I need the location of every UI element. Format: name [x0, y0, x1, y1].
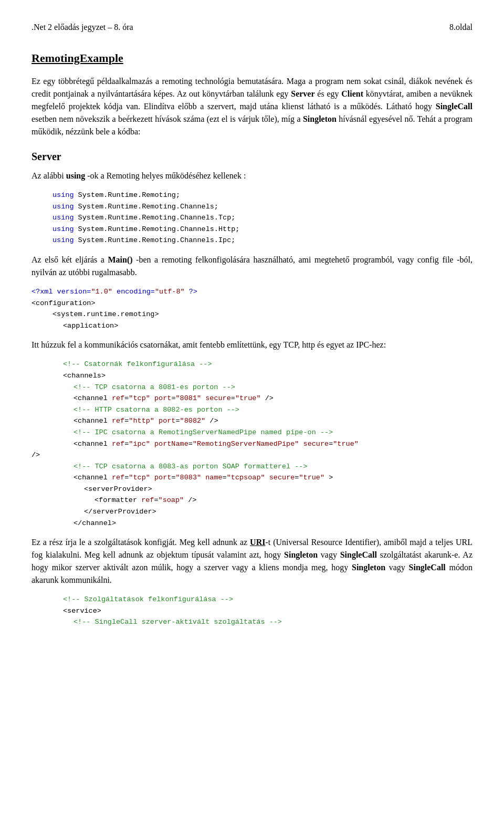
ch-tag1: <channels> [32, 370, 472, 382]
singleton-bold3: Singleton [352, 563, 385, 572]
xml-line-3: <system.runtime.remoting> [32, 309, 472, 320]
svc-tag1: <service> [32, 605, 472, 617]
using-code-block: using System.Runtime.Remoting; using Sys… [32, 190, 472, 246]
main-intro: Az első két eljárás a Main() -ben a remo… [32, 254, 472, 279]
ch-comment2: <!-- TCP csatorna a 8081-es porton --> [32, 382, 472, 393]
channels-code-block: <!-- Csatornák felkonfigurálása --> <cha… [32, 359, 472, 529]
svc-comment1: <!-- Szolgáltatások felkonfigurálása --> [32, 594, 472, 605]
using-line-4: using System.Runtime.Remoting.Channels.H… [32, 224, 472, 235]
ch-tag9: </channel> [32, 518, 472, 529]
uri-paragraph: Ez a rész írja le a szolgáltatások konfi… [32, 536, 472, 586]
services-code-block: <!-- Szolgáltatások felkonfigurálása -->… [32, 594, 472, 628]
singlecall-bold1: SingleCall [436, 102, 472, 111]
intro-paragraph: Ez egy többrétegű példaalkalmazás a remo… [32, 75, 472, 138]
header-left: .Net 2 előadás jegyzet – 8. óra [32, 21, 133, 34]
svc-comment2: <!-- SingleCall szerver-aktivált szolgál… [32, 616, 472, 628]
page-title: RemotingExample [32, 49, 472, 67]
singlecall-bold3: SingleCall [409, 563, 446, 572]
singlecall-bold2: SingleCall [340, 550, 377, 559]
ch-comment4: <!-- IPC csatorna a RemotingServerNamedP… [32, 427, 472, 438]
ch-tag5: <channel ref="tcp" port="8083" name="tcp… [32, 472, 472, 484]
client-bold: Client [341, 89, 363, 98]
singleton-bold1: Singleton [303, 114, 337, 123]
using-bold: using [66, 171, 85, 180]
channels-intro: Itt húzzuk fel a kommunikációs csatornák… [32, 339, 472, 351]
singleton-bold2: Singleton [284, 550, 318, 559]
ch-tag6: <serverProvider> [32, 484, 472, 495]
using-intro: Az alábbi using -ok a Remoting helyes mű… [32, 170, 472, 182]
ch-tag2: <channel ref="tcp" port="8081" secure="t… [32, 393, 472, 404]
ch-tag4: <channel ref="ipc" portName="RemotingSer… [32, 438, 472, 450]
ch-tag3: <channel ref="http" port="8082" /> [32, 415, 472, 427]
ch-comment5: <!-- TCP csatorna a 8083-as porton SOAP … [32, 461, 472, 473]
uri-bold: URI [250, 538, 265, 547]
server-section-heading: Server [32, 149, 472, 164]
main-bold: Main() [108, 255, 132, 264]
header: .Net 2 előadás jegyzet – 8. óra 8.oldal [32, 21, 472, 34]
xml-line-4: <application> [32, 320, 472, 332]
header-right: 8.oldal [449, 21, 472, 34]
xml-line-1: <?xml version="1.0" encoding="utf-8" ?> [32, 286, 472, 298]
using-line-5: using System.Runtime.Remoting.Channels.I… [32, 235, 472, 246]
using-line-1: using System.Runtime.Remoting; [32, 190, 472, 201]
using-line-2: using System.Runtime.Remoting.Channels; [32, 201, 472, 213]
ch-tag8: </serverProvider> [32, 506, 472, 518]
ch-comment3: <!-- HTTP csatorna a 8082-es porton --> [32, 404, 472, 416]
ch-tag7: <formatter ref="soap" /> [32, 495, 472, 506]
xml-code-block: <?xml version="1.0" encoding="utf-8" ?> … [32, 286, 472, 331]
using-line-3: using System.Runtime.Remoting.Channels.T… [32, 212, 472, 224]
xml-line-2: <configuration> [32, 298, 472, 309]
server-bold: Server [291, 89, 314, 98]
ch-tag4b: /> [32, 449, 472, 461]
ch-comment1: <!-- Csatornák felkonfigurálása --> [32, 359, 472, 370]
